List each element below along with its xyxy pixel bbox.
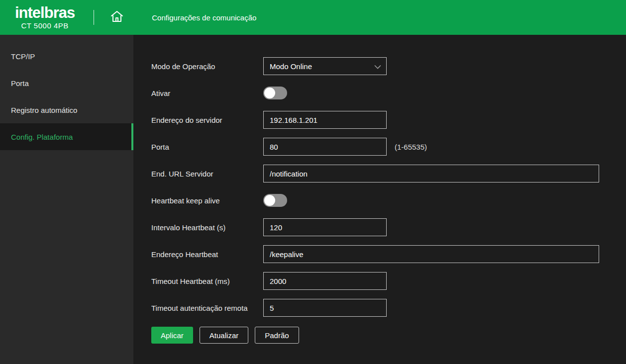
form-row-porta: Porta (1-65535) <box>151 138 626 156</box>
aplicar-button[interactable]: Aplicar <box>151 327 193 344</box>
form-row-url-servidor: End. URL Servidor <box>151 165 626 182</box>
form-row-timeout-heartbeat: Timeout Heartbeat (ms) <box>151 272 626 290</box>
atualizar-button[interactable]: Atualizar <box>200 327 248 344</box>
form-row-timeout-autenticacao: Timeout autenticação remota <box>151 299 626 317</box>
sidebar-item-label: TCP/IP <box>11 52 35 61</box>
intervalo-heartbeat-input[interactable] <box>263 218 387 236</box>
brand-logo: intelbras CT 5000 4PB <box>15 5 75 30</box>
sidebar-item-label: Config. Plataforma <box>11 133 73 141</box>
ativar-toggle[interactable] <box>263 87 287 99</box>
header-divider <box>94 10 94 25</box>
home-button[interactable] <box>110 10 124 25</box>
brand-model: CT 5000 4PB <box>15 21 75 30</box>
field-label: Ativar <box>151 89 263 97</box>
endereco-servidor-input[interactable] <box>263 111 387 129</box>
field-label: Endereço Heartbeat <box>151 250 263 259</box>
field-label: Heartbeat keep alive <box>151 196 263 205</box>
sidebar-item-registro-automatico[interactable]: Registro automático <box>0 96 133 123</box>
select-value: Modo Online <box>270 62 312 71</box>
toggle-knob <box>264 195 275 206</box>
padrao-button[interactable]: Padrão <box>255 327 299 344</box>
field-label: Endereço do servidor <box>151 116 263 124</box>
modo-operacao-select[interactable]: Modo Online <box>263 57 387 75</box>
form-row-endereco-servidor: Endereço do servidor <box>151 111 626 129</box>
field-label: Intervalo Heartbeat (s) <box>151 223 263 232</box>
sidebar-item-porta[interactable]: Porta <box>0 70 133 96</box>
field-label: Timeout autenticação remota <box>151 304 263 312</box>
sidebar-item-label: Registro automático <box>11 106 77 114</box>
sidebar: TCP/IP Porta Registro automático Config.… <box>0 35 133 364</box>
sidebar-item-label: Porta <box>11 79 29 88</box>
timeout-heartbeat-input[interactable] <box>263 272 387 290</box>
porta-range-hint: (1-65535) <box>395 143 427 151</box>
form-row-ativar: Ativar <box>151 84 626 102</box>
timeout-autenticacao-input[interactable] <box>263 299 387 317</box>
form-row-modo-operacao: Modo de Operação Modo Online <box>151 57 626 75</box>
sidebar-item-config-plataforma[interactable]: Config. Plataforma <box>0 123 133 150</box>
page-title: Configurações de comunicação <box>152 13 256 22</box>
url-servidor-input[interactable] <box>263 165 599 182</box>
header: intelbras CT 5000 4PB Configurações de c… <box>0 0 626 35</box>
home-icon <box>110 10 124 25</box>
form-row-endereco-heartbeat: Endereço Heartbeat <box>151 245 626 263</box>
porta-input[interactable] <box>263 138 387 156</box>
toggle-knob <box>264 88 275 98</box>
sidebar-item-tcpip[interactable]: TCP/IP <box>0 43 133 70</box>
heartbeat-keepalive-toggle[interactable] <box>263 194 287 207</box>
brand-name: intelbras <box>15 5 75 20</box>
form-row-intervalo-heartbeat: Intervalo Heartbeat (s) <box>151 218 626 236</box>
chevron-down-icon <box>374 62 381 71</box>
field-label: Modo de Operação <box>151 62 263 71</box>
field-label: End. URL Servidor <box>151 170 263 178</box>
form-row-heartbeat-keepalive: Heartbeat keep alive <box>151 191 626 209</box>
field-label: Porta <box>151 143 263 151</box>
main-content: Modo de Operação Modo Online Ativar Ende… <box>133 35 626 364</box>
field-label: Timeout Heartbeat (ms) <box>151 277 263 285</box>
endereco-heartbeat-input[interactable] <box>263 245 599 263</box>
form-buttons: Aplicar Atualizar Padrão <box>151 327 626 344</box>
